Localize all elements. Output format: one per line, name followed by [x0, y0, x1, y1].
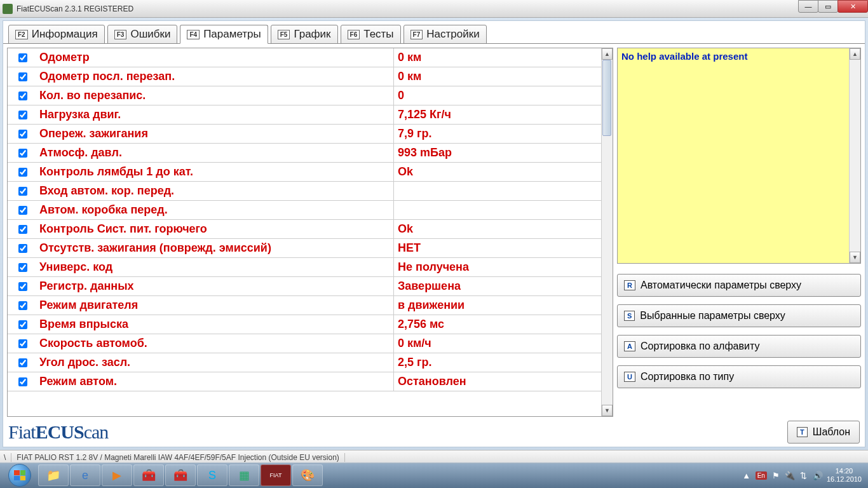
param-checkbox[interactable] — [18, 130, 27, 139]
param-row: Атмосф. давл.993 mБар — [8, 144, 601, 163]
scroll-up-arrow-icon[interactable]: ▲ — [850, 48, 860, 60]
tab-key: F7 — [410, 30, 423, 39]
param-name: Скорость автомоб. — [38, 334, 394, 353]
tab-label: Тесты — [363, 28, 393, 41]
sort-button-s[interactable]: SВыбранные параметры сверху — [617, 304, 861, 327]
param-checkbox[interactable] — [18, 282, 27, 291]
param-checkbox[interactable] — [18, 111, 27, 119]
taskbar-paint-icon[interactable]: 🎨 — [292, 464, 323, 486]
param-value: 0 — [394, 89, 601, 102]
param-checkbox-cell — [8, 301, 38, 310]
param-checkbox[interactable] — [18, 72, 27, 81]
param-name: Автом. коробка перед. — [38, 201, 394, 219]
param-checkbox-cell — [8, 187, 38, 196]
tab-f7[interactable]: F7Настройки — [403, 25, 487, 44]
param-name: Время впрыска — [38, 315, 394, 334]
param-value: Не получена — [394, 261, 601, 274]
taskbar-ie-icon[interactable]: e — [70, 464, 100, 486]
param-checkbox[interactable] — [18, 263, 27, 272]
minimize-button[interactable]: — — [798, 0, 818, 13]
tray-language[interactable]: En — [756, 471, 767, 480]
param-name: Регистр. данных — [38, 277, 394, 295]
tray-volume-icon[interactable]: 🔊 — [813, 470, 823, 480]
param-row: Регистр. данныхЗавершена — [8, 277, 601, 296]
param-name: Опереж. зажигания — [38, 125, 394, 143]
tab-key: F2 — [15, 30, 28, 39]
param-value: Завершена — [394, 280, 601, 293]
status-vehicle: FIAT PALIO RST 1.2 8V / Magneti Marelli … — [17, 453, 345, 462]
scroll-up-arrow-icon[interactable]: ▲ — [602, 48, 613, 60]
param-value: Ok — [394, 222, 601, 236]
taskbar-skype-icon[interactable]: S — [197, 464, 227, 486]
tab-f6[interactable]: F6Тесты — [341, 25, 401, 44]
template-button[interactable]: T Шаблон — [787, 421, 860, 444]
param-name: Вход автом. кор. перед. — [38, 182, 394, 200]
tab-f2[interactable]: F2Информация — [8, 25, 105, 44]
param-checkbox[interactable] — [18, 301, 27, 310]
close-button[interactable]: ✕ — [837, 0, 868, 13]
param-checkbox[interactable] — [18, 206, 27, 215]
taskbar-media-icon[interactable]: ▶ — [102, 464, 132, 486]
scroll-down-arrow-icon[interactable]: ▼ — [602, 405, 613, 416]
param-checkbox[interactable] — [18, 168, 27, 177]
sort-button-u[interactable]: UСортировка по типу — [617, 365, 861, 388]
param-value: 0 км — [394, 70, 601, 83]
param-checkbox-cell — [8, 206, 38, 215]
param-row: Кол. во перезапис.0 — [8, 86, 601, 105]
taskbar-fiat-icon[interactable]: FIAT — [261, 464, 291, 486]
param-name: Одометр посл. перезап. — [38, 67, 394, 86]
param-checkbox[interactable] — [18, 320, 27, 329]
param-row: Одометр0 км — [8, 48, 601, 67]
param-value: Остановлен — [394, 375, 601, 388]
tab-f5[interactable]: F5График — [271, 25, 338, 44]
param-value: НЕТ — [394, 241, 601, 255]
param-checkbox[interactable] — [18, 53, 27, 62]
param-checkbox-cell — [8, 339, 38, 348]
start-button[interactable] — [3, 464, 37, 487]
tab-label: Параметры — [203, 28, 261, 41]
bottom-bar: FiatECUScan T Шаблон — [3, 417, 865, 447]
param-row: Контроль Сист. пит. горючегоOk — [8, 220, 601, 239]
sort-buttons: RАвтоматически параметры сверхуSВыбранны… — [617, 269, 861, 388]
param-name: Нагрузка двиг. — [38, 105, 394, 124]
sort-button-a[interactable]: AСортировка по алфавиту — [617, 335, 861, 358]
taskbar-toolbox2-icon[interactable]: 🧰 — [165, 464, 196, 486]
taskbar-toolbox1-icon[interactable]: 🧰 — [133, 464, 164, 486]
param-checkbox-cell — [8, 53, 38, 62]
param-value: 0 км/ч — [394, 337, 601, 350]
sort-button-r[interactable]: RАвтоматически параметры сверху — [617, 274, 861, 297]
param-checkbox[interactable] — [18, 358, 27, 367]
param-checkbox[interactable] — [18, 244, 27, 253]
param-checkbox[interactable] — [18, 149, 27, 158]
param-name: Атмосф. давл. — [38, 144, 394, 162]
tab-label: Информация — [32, 28, 98, 41]
param-checkbox-cell — [8, 282, 38, 291]
tray-clock[interactable]: 14:20 16.12.2010 — [827, 467, 862, 484]
tray-action-icon[interactable]: ⚑ — [771, 470, 781, 480]
windows-orb-icon — [8, 464, 31, 487]
tab-f3[interactable]: F3Ошибки — [107, 25, 178, 44]
tray-chevron-icon[interactable]: ▲ — [742, 470, 752, 480]
param-checkbox[interactable] — [18, 187, 27, 196]
params-scrollbar[interactable]: ▲ ▼ — [601, 48, 613, 416]
tray-usb-icon[interactable]: ⇅ — [799, 470, 809, 480]
maximize-button[interactable]: ▭ — [818, 0, 838, 13]
help-scrollbar[interactable]: ▲ ▼ — [849, 48, 860, 263]
param-checkbox[interactable] — [18, 225, 27, 234]
taskbar-explorer-icon[interactable]: 📁 — [38, 464, 69, 486]
param-row: Режим двигателяв движении — [8, 296, 601, 315]
param-checkbox[interactable] — [18, 377, 27, 386]
tray-date: 16.12.2010 — [827, 475, 862, 484]
tab-f4[interactable]: F4Параметры — [180, 25, 268, 44]
param-checkbox[interactable] — [18, 92, 27, 100]
param-checkbox-cell — [8, 111, 38, 119]
scroll-thumb[interactable] — [602, 60, 611, 136]
sort-key: A — [624, 341, 635, 351]
right-panel: No help available at present ▲ ▼ RАвтома… — [617, 48, 861, 417]
parameters-table: Одометр0 кмОдометр посл. перезап.0 кмКол… — [8, 48, 601, 416]
taskbar-app1-icon[interactable]: ▦ — [229, 464, 259, 486]
scroll-down-arrow-icon[interactable]: ▼ — [850, 252, 860, 263]
param-checkbox[interactable] — [18, 339, 27, 348]
tray-network-icon[interactable]: 🔌 — [785, 470, 795, 480]
param-value: 7,9 гр. — [394, 127, 601, 140]
